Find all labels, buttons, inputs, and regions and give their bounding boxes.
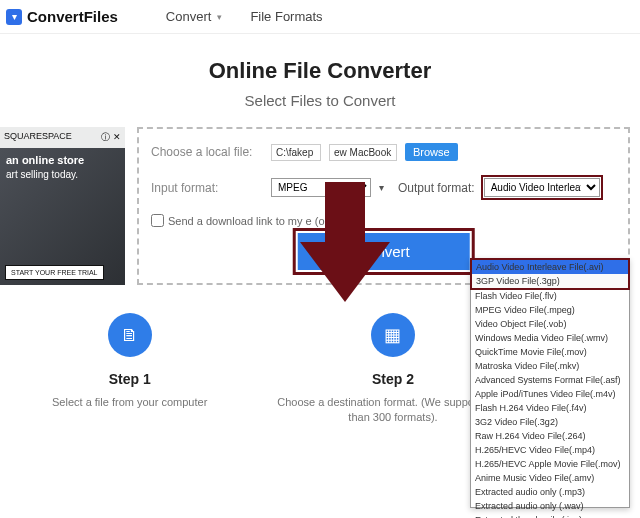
file-path-input[interactable]	[271, 144, 321, 161]
dropdown-highlight: Audio Video Interleave File(.avi) 3GP Vi…	[470, 258, 630, 290]
page-title: Online File Converter	[0, 58, 640, 84]
brand-name: ConvertFiles	[27, 8, 118, 25]
logo[interactable]: ▾ ConvertFiles	[6, 8, 118, 25]
page-subtitle: Select Files to Convert	[0, 92, 640, 109]
input-format-label: Input format:	[151, 181, 263, 195]
dropdown-item[interactable]: Advanced Systems Format File(.asf)	[471, 373, 629, 387]
hero: Online File Converter Select Files to Co…	[0, 34, 640, 127]
ad-line2: art selling today.	[6, 169, 119, 180]
email-link-checkbox-row[interactable]: Send a download link to my e (optional):	[151, 214, 616, 227]
dropdown-item[interactable]: Raw H.264 Video File(.264)	[471, 429, 629, 443]
output-format-label: Output format:	[398, 181, 475, 195]
dropdown-item[interactable]: 3GP Video File(.3gp)	[472, 274, 628, 288]
format-row: Input format: MPEG ▾ Output format: Audi…	[151, 175, 616, 200]
dropdown-item[interactable]: MPEG Video File(.mpeg)	[471, 303, 629, 317]
ad-header: SQUARESPACE ⓘ ✕	[0, 127, 125, 148]
document-icon: 🗎	[108, 313, 152, 357]
step1-desc: Select a file from your computer	[8, 395, 251, 410]
file-icon: ▾	[6, 9, 22, 25]
nav-formats-label: File Formats	[250, 9, 322, 24]
ad-source: SQUARESPACE	[4, 131, 72, 144]
input-format-select[interactable]: MPEG	[271, 178, 371, 197]
browse-button[interactable]: Browse	[405, 143, 458, 161]
convert-highlight: Convert	[292, 228, 475, 275]
output-wrap: Output format: Audio Video Interleave Fi…	[398, 175, 603, 200]
email-link-label: Send a download link to my e (optional):	[168, 215, 364, 227]
output-format-select[interactable]: Audio Video Interleave File(	[484, 178, 600, 197]
adchoices-icon[interactable]: ⓘ ✕	[101, 131, 121, 144]
nav-convert[interactable]: Convert ▾	[166, 9, 223, 24]
dropdown-item[interactable]: 3G2 Video File(.3g2)	[471, 415, 629, 429]
dropdown-item[interactable]: H.265/HEVC Video File(.mp4)	[471, 443, 629, 457]
top-nav: Convert ▾ File Formats	[166, 9, 323, 24]
convert-button[interactable]: Convert	[297, 233, 470, 270]
dropdown-item[interactable]: Matroska Video File(.mkv)	[471, 359, 629, 373]
dropdown-item[interactable]: Extracted thumbnails (.jpg)	[471, 513, 629, 518]
dropdown-item[interactable]: Apple iPod/iTunes Video File(.m4v)	[471, 387, 629, 401]
dropdown-item[interactable]: Windows Media Video File(.wmv)	[471, 331, 629, 345]
dropdown-item[interactable]: Flash H.264 Video File(.f4v)	[471, 401, 629, 415]
email-link-checkbox[interactable]	[151, 214, 164, 227]
header: ▾ ConvertFiles Convert ▾ File Formats	[0, 0, 640, 34]
dropdown-item[interactable]: Extracted audio only (.wav)	[471, 499, 629, 513]
output-format-dropdown[interactable]: Audio Video Interleave File(.avi) 3GP Vi…	[470, 258, 630, 508]
nav-file-formats[interactable]: File Formats	[250, 9, 322, 24]
step-1: 🗎 Step 1 Select a file from your compute…	[8, 313, 251, 426]
local-file-label: Choose a local file:	[151, 145, 263, 159]
step1-title: Step 1	[8, 371, 251, 387]
output-select-highlight: Audio Video Interleave File(	[481, 175, 603, 200]
dropdown-item[interactable]: Video Object File(.vob)	[471, 317, 629, 331]
dropdown-item[interactable]: Anime Music Video File(.amv)	[471, 471, 629, 485]
dropdown-item[interactable]: Extracted audio only (.mp3)	[471, 485, 629, 499]
chevron-down-icon: ▾	[217, 12, 222, 22]
nav-convert-label: Convert	[166, 9, 212, 24]
dropdown-selected[interactable]: Audio Video Interleave File(.avi)	[472, 260, 628, 274]
ad-line1: an online store	[6, 154, 119, 167]
dropdown-item[interactable]: Flash Video File(.flv)	[471, 289, 629, 303]
file-path-input-right[interactable]	[329, 144, 397, 161]
ad-banner[interactable]: SQUARESPACE ⓘ ✕ an online store art sell…	[0, 127, 125, 285]
ad-cta-button[interactable]: START YOUR FREE TRIAL	[5, 265, 104, 280]
dropdown-item[interactable]: QuickTime Movie File(.mov)	[471, 345, 629, 359]
dropdown-item[interactable]: H.265/HEVC Apple Movie File(.mov)	[471, 457, 629, 471]
grid-icon: ▦	[371, 313, 415, 357]
file-row: Choose a local file: Browse	[151, 143, 616, 161]
